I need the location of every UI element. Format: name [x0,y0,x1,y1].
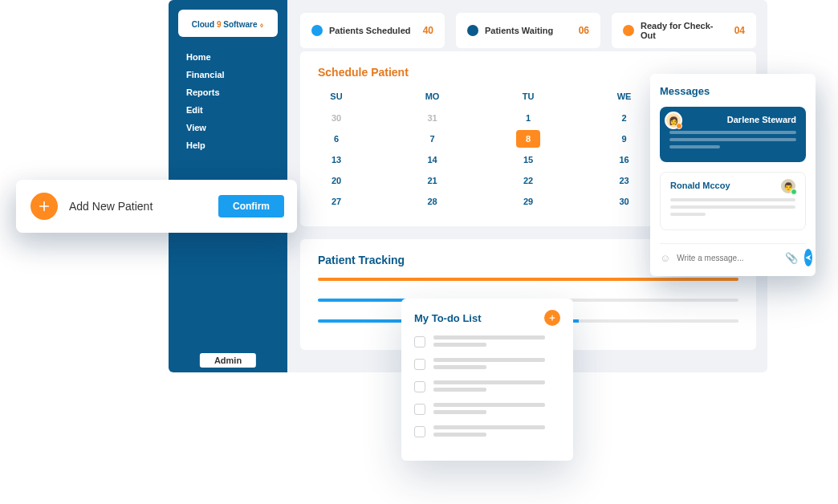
day-header: MO [421,91,445,101]
todo-title: My To-do List [414,312,482,324]
nav-financial[interactable]: Financial [169,66,287,83]
stat-value: 06 [579,25,589,36]
text-placeholder [670,213,706,216]
day-header: SU [324,91,348,101]
todo-text [433,425,560,440]
add-patient-card: Add New Patient Confirm [16,180,297,233]
checkbox[interactable] [414,336,425,348]
stat-value: 04 [734,25,745,36]
calendar-day[interactable]: 30 [612,193,637,210]
day-header: TU [516,91,540,101]
text-placeholder [670,205,795,209]
brand-number: 9 [217,20,222,29]
add-patient-label: Add New Patient [69,200,207,213]
brand-part1: Cloud [192,20,214,29]
todo-item [414,335,560,350]
checkbox[interactable] [414,426,425,437]
kite-icon: ⬨ [259,20,264,29]
calendar-day[interactable]: 31 [421,109,445,127]
day-header: WE [612,91,637,101]
text-placeholder [433,343,486,347]
todo-item [414,403,560,417]
calendar-day[interactable]: 22 [516,172,540,189]
emoji-icon[interactable]: ☺ [660,252,670,264]
stat-value: 40 [423,25,433,36]
text-placeholder [433,403,545,407]
todo-card: My To-do List [401,299,573,461]
brand-logo: Cloud 9 Software ⬨ [178,10,278,37]
stat-label: Patients Scheduled [329,26,417,35]
todo-text [433,335,560,350]
stats-row: Patients Scheduled 40 Patients Waiting 0… [300,13,756,48]
calendar-day[interactable]: 13 [324,151,348,169]
messages-title: Messages [660,85,806,97]
todo-text [433,403,560,417]
admin-badge[interactable]: Admin [200,353,256,368]
nav-view[interactable]: View [169,119,287,136]
stat-waiting[interactable]: Patients Waiting 06 [456,13,600,48]
nav-home[interactable]: Home [169,48,287,66]
calendar-day[interactable]: 8 [516,130,540,148]
avatar: 👨 [779,177,797,195]
calendar-day[interactable]: 29 [516,193,540,210]
calendar-day[interactable]: 9 [612,130,637,148]
calendar-day[interactable]: 15 [516,151,540,169]
calendar-day[interactable]: 30 [324,109,348,127]
messages-panel: Messages 👩 Darlene Steward 👨 Ronald Mcco… [650,74,816,276]
stat-label: Ready for Check-Out [641,21,728,40]
calendar-day[interactable]: 23 [612,172,637,189]
nav-reports[interactable]: Reports [169,83,287,101]
brand-part2: Software [223,20,257,29]
message-input[interactable] [677,254,779,262]
calendar-day[interactable]: 27 [324,193,348,210]
todo-text [433,358,560,372]
text-placeholder [433,410,486,414]
dot-icon [311,25,323,36]
dot-icon [467,25,478,36]
text-placeholder [670,198,795,201]
todo-item [414,425,560,440]
stat-label: Patients Waiting [485,26,572,35]
message-thread[interactable]: 👨 Ronald Mccoy [660,172,806,230]
calendar-day[interactable]: 21 [421,172,445,189]
confirm-button[interactable]: Confirm [218,195,284,217]
plus-icon[interactable] [31,193,58,220]
todo-header: My To-do List [414,310,560,326]
text-placeholder [433,335,545,339]
calendar-day[interactable]: 16 [612,151,637,169]
stat-scheduled[interactable]: Patients Scheduled 40 [300,13,445,48]
calendar-day[interactable]: 1 [516,109,540,127]
todo-list [414,335,560,440]
calendar-day[interactable]: 14 [421,151,445,169]
sender-name: Ronald Mccoy [670,181,795,190]
attachment-icon[interactable]: 📎 [785,252,798,264]
calendar-day[interactable]: 6 [324,130,348,148]
text-placeholder [433,358,545,362]
text-placeholder [669,131,796,134]
checkbox[interactable] [414,359,425,370]
text-placeholder [433,388,486,392]
dot-icon [623,25,634,36]
text-placeholder [669,138,796,141]
checkbox[interactable] [414,381,425,392]
text-placeholder [433,380,545,384]
nav-help[interactable]: Help [169,136,287,154]
stat-checkout[interactable]: Ready for Check-Out 04 [612,13,756,48]
calendar-day[interactable]: 28 [421,193,445,210]
sender-name: Darlene Steward [669,115,796,124]
message-input-row: ☺ 📎 [660,243,806,266]
calendar-day[interactable]: 7 [421,130,445,148]
status-dot-icon [791,189,797,195]
calendar-day[interactable]: 20 [324,172,348,189]
send-button[interactable] [804,249,812,266]
status-dot-icon [676,123,682,129]
message-thread[interactable]: 👩 Darlene Steward [660,107,806,162]
add-todo-button[interactable] [544,310,560,326]
text-placeholder [433,365,486,369]
calendar-day[interactable]: 2 [612,109,637,127]
checkbox[interactable] [414,404,425,415]
todo-item [414,358,560,372]
text-placeholder [433,433,486,437]
nav-edit[interactable]: Edit [169,101,287,119]
todo-text [433,380,560,395]
